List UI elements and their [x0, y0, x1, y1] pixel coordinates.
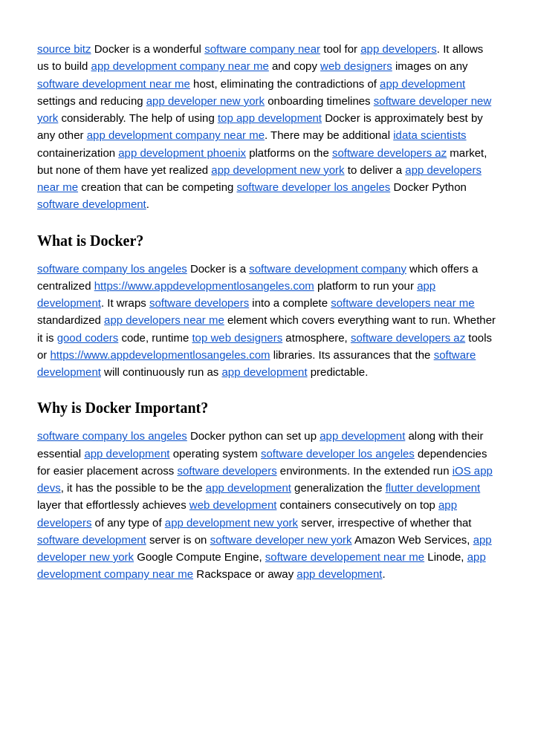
link[interactable]: app development new york	[165, 516, 298, 529]
link[interactable]: good coders	[57, 331, 119, 344]
link[interactable]: app development company near me	[87, 128, 265, 141]
sections-container: What is Docker?software company los ange…	[37, 229, 498, 583]
text-span: into a complete	[249, 296, 331, 309]
text-span: and copy	[269, 59, 320, 72]
text-span: Docker Python	[390, 180, 467, 193]
link[interactable]: software developers	[177, 464, 276, 477]
link[interactable]: software development	[37, 533, 146, 546]
link[interactable]: app development company near me	[91, 59, 269, 72]
text-span: considerably. The help of using	[58, 111, 218, 124]
link[interactable]: app developers	[360, 42, 437, 55]
link[interactable]: software developers	[149, 296, 249, 309]
text-span: Rackspace or away	[193, 567, 296, 580]
text-span: tool for	[320, 42, 360, 55]
link[interactable]: software company los angeles	[37, 262, 187, 275]
text-span: . There may be additional	[265, 128, 393, 141]
intro-section: source bitz Docker is a wonderful softwa…	[37, 40, 498, 213]
link[interactable]: flutter development	[386, 481, 481, 494]
link[interactable]: app development	[296, 567, 382, 580]
text-span: Linode,	[424, 550, 467, 563]
text-span: images on any	[392, 59, 468, 72]
text-span: of any type of	[91, 516, 164, 529]
text-span: layer that effortlessly achieves	[37, 498, 189, 511]
text-span: server is on	[146, 533, 210, 546]
paragraph: software company los angeles Docker pyth…	[37, 427, 498, 582]
link[interactable]: software developer los angeles	[261, 447, 415, 460]
text-span: creation that can be competing	[78, 180, 236, 193]
paragraph: source bitz Docker is a wonderful softwa…	[37, 40, 498, 213]
section-heading: Why is Docker Important?	[37, 397, 498, 420]
link[interactable]: software developer new york	[210, 533, 352, 546]
link[interactable]: app development	[380, 77, 465, 90]
text-span: platform to run your	[314, 279, 417, 292]
paragraph: software company los angeles Docker is a…	[37, 260, 498, 381]
link[interactable]: app development	[221, 365, 307, 378]
link[interactable]: app development	[320, 429, 405, 442]
text-span: environments. In the extended run	[277, 464, 453, 477]
link[interactable]: software developers near me	[331, 296, 474, 309]
text-span: .	[382, 567, 385, 580]
link[interactable]: source bitz	[37, 42, 91, 55]
page-content: source bitz Docker is a wonderful softwa…	[0, 0, 535, 622]
link[interactable]: idata scientists	[393, 128, 466, 141]
text-span: containers consecutively on top	[276, 498, 438, 511]
text-span: settings and reducing	[37, 94, 146, 107]
link[interactable]: app development	[84, 447, 169, 460]
link[interactable]: software development	[37, 198, 146, 210]
text-span: host, eliminating the contradictions of	[190, 77, 380, 90]
text-span: . It wraps	[101, 296, 149, 309]
text-span: generalization the	[291, 481, 386, 494]
link[interactable]: software developers az	[332, 146, 447, 159]
text-span: code, runtime	[118, 331, 192, 344]
text-span: server, irrespective of whether that	[298, 516, 471, 529]
text-span: standardized	[37, 313, 104, 326]
link[interactable]: top web designers	[192, 331, 282, 344]
link[interactable]: app developer new york	[146, 94, 265, 107]
text-span: platforms on the	[246, 146, 332, 159]
link[interactable]: app development	[206, 481, 291, 494]
link[interactable]: software development near me	[37, 77, 190, 90]
text-span: Docker is a	[187, 262, 249, 275]
link[interactable]: https://www.appdevelopmentlosangeles.com	[94, 279, 314, 292]
text-span: Amazon Web Services,	[352, 533, 473, 546]
link[interactable]: software development company	[249, 262, 406, 275]
link[interactable]: https://www.appdevelopmentlosangeles.com	[51, 348, 270, 361]
text-span: predictable.	[308, 365, 369, 378]
link[interactable]: software developer los angeles	[237, 180, 391, 193]
link[interactable]: app development phoenix	[118, 146, 246, 159]
link[interactable]: web development	[189, 498, 277, 511]
text-span: Google Compute Engine,	[134, 550, 265, 563]
text-span: , it has the possible to be the	[61, 481, 206, 494]
link[interactable]: software company los angeles	[37, 429, 187, 442]
link[interactable]: app development new york	[211, 163, 344, 176]
link[interactable]: software developers az	[351, 331, 465, 344]
text-span: atmosphere,	[282, 331, 351, 344]
text-span: Docker python can set up	[187, 429, 320, 442]
text-span: operating system	[169, 447, 261, 460]
link[interactable]: top app development	[218, 111, 322, 124]
link[interactable]: web designers	[320, 59, 392, 72]
section-heading: What is Docker?	[37, 229, 498, 252]
text-span: onboarding timelines	[265, 94, 374, 107]
link[interactable]: software company near	[204, 42, 320, 55]
link[interactable]: software developement near me	[265, 550, 424, 563]
text-span: .	[146, 198, 149, 210]
text-span: Docker is a wonderful	[91, 42, 205, 55]
text-span: to deliver a	[345, 163, 406, 176]
text-span: containerization	[37, 146, 118, 159]
text-span: libraries. Its assurances that the	[270, 348, 434, 361]
link[interactable]: app developers near me	[104, 313, 224, 326]
text-span: will continuously run as	[101, 365, 222, 378]
